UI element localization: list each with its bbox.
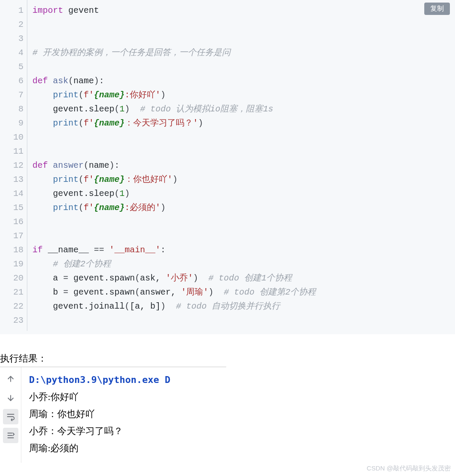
result-label: 执行结果： bbox=[0, 352, 455, 365]
line-number: 15 bbox=[0, 201, 23, 215]
line-number: 21 bbox=[0, 285, 23, 299]
code-line: gevent.sleep(1) # todo 认为模拟io阻塞，阻塞1s bbox=[32, 102, 455, 116]
console-output[interactable]: D:\python3.9\python.exe D 小乔:你好吖 周瑜：你也好吖… bbox=[21, 367, 226, 463]
line-number: 13 bbox=[0, 172, 23, 187]
copy-button[interactable]: 复制 bbox=[424, 3, 450, 15]
code-area[interactable]: import gevent # 开发协程的案例，一个任务是回答，一个任务是问 d… bbox=[27, 0, 455, 331]
line-number: 2 bbox=[0, 18, 23, 32]
arrow-down-icon[interactable] bbox=[3, 390, 18, 406]
code-line: def answer(name): bbox=[32, 158, 455, 172]
code-line: if __name__ == '__main__': bbox=[32, 243, 455, 257]
line-number: 4 bbox=[0, 46, 23, 60]
result-panel: D:\python3.9\python.exe D 小乔:你好吖 周瑜：你也好吖… bbox=[0, 367, 226, 463]
code-line bbox=[32, 18, 455, 32]
line-number: 16 bbox=[0, 215, 23, 229]
line-number: 9 bbox=[0, 116, 23, 130]
soft-wrap-icon[interactable] bbox=[3, 409, 18, 424]
line-number: 23 bbox=[0, 313, 23, 327]
code-line: def ask(name): bbox=[32, 74, 455, 88]
code-line: print(f'{name}:你好吖') bbox=[32, 88, 455, 102]
line-number: 17 bbox=[0, 229, 23, 243]
code-line bbox=[32, 32, 455, 46]
output-line: 小乔:你好吖 bbox=[29, 388, 226, 406]
line-number: 22 bbox=[0, 299, 23, 313]
output-line: 周瑜：你也好吖 bbox=[29, 406, 226, 423]
line-number-gutter: 1 2 3 4 5 6 7 8 9 10 11 12 13 14 15 16 1… bbox=[0, 0, 27, 331]
line-number: 19 bbox=[0, 257, 23, 271]
code-line: print(f'{name}：你也好吖') bbox=[32, 172, 455, 187]
line-number: 8 bbox=[0, 102, 23, 116]
code-line: b = gevent.spawn(answer, '周瑜') # todo 创建… bbox=[32, 285, 455, 299]
line-number: 1 bbox=[0, 3, 23, 18]
code-line bbox=[32, 313, 455, 327]
code-line: # 开发协程的案例，一个任务是回答，一个任务是问 bbox=[32, 46, 455, 60]
code-line: print(f'{name}:必须的') bbox=[32, 201, 455, 215]
output-line: 小乔：今天学习了吗？ bbox=[29, 423, 226, 440]
line-number: 14 bbox=[0, 187, 23, 201]
code-line: # 创建2个协程 bbox=[32, 257, 455, 271]
code-line: import gevent bbox=[32, 3, 455, 18]
code-block: 复制 1 2 3 4 5 6 7 8 9 10 11 12 13 14 15 1… bbox=[0, 0, 455, 334]
line-number: 18 bbox=[0, 243, 23, 257]
code-line bbox=[32, 215, 455, 229]
code-line: gevent.joinall([a, b]) # todo 自动切换并行执行 bbox=[32, 299, 455, 313]
line-number: 3 bbox=[0, 32, 23, 46]
line-number: 11 bbox=[0, 144, 23, 158]
output-line: 周瑜:必须的 bbox=[29, 440, 226, 457]
code-line: print(f'{name}：今天学习了吗？') bbox=[32, 116, 455, 130]
output-command: D:\python3.9\python.exe D bbox=[29, 371, 226, 388]
line-number: 12 bbox=[0, 158, 23, 172]
arrow-up-icon[interactable] bbox=[3, 371, 18, 387]
line-number: 10 bbox=[0, 130, 23, 144]
line-number: 20 bbox=[0, 271, 23, 285]
code-line bbox=[32, 60, 455, 74]
line-number: 5 bbox=[0, 60, 23, 74]
code-line: gevent.sleep(1) bbox=[32, 187, 455, 201]
code-line bbox=[32, 130, 455, 144]
scroll-to-end-icon[interactable] bbox=[3, 428, 18, 443]
code-line bbox=[32, 229, 455, 243]
line-number: 6 bbox=[0, 74, 23, 88]
line-number: 7 bbox=[0, 88, 23, 102]
console-toolbar bbox=[0, 367, 21, 463]
code-line: a = gevent.spawn(ask, '小乔') # todo 创建1个协… bbox=[32, 271, 455, 285]
code-line bbox=[32, 144, 455, 158]
